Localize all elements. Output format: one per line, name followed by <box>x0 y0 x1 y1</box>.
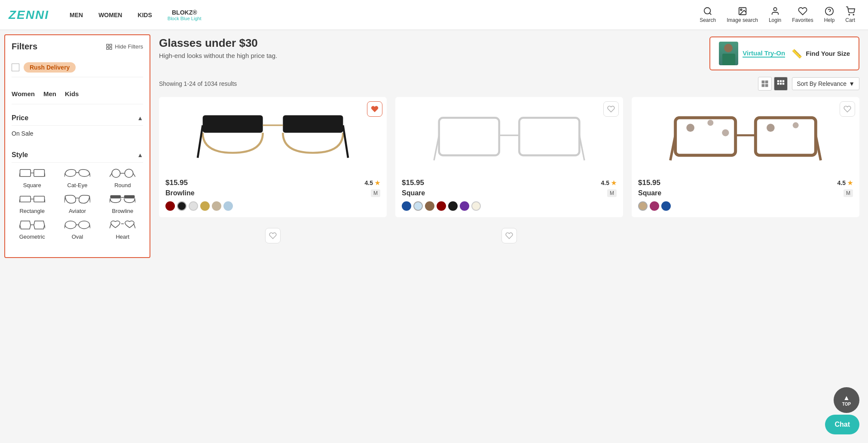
color-swatch[interactable] <box>650 201 659 211</box>
price-chevron-icon: ▲ <box>137 115 143 121</box>
product-price-2: $15.95 <box>402 179 424 187</box>
style-geometric[interactable]: Geometric <box>12 218 52 240</box>
style-rectangle[interactable]: Rectangle <box>12 193 52 214</box>
image-search-button[interactable]: Image search <box>722 4 762 25</box>
color-swatch[interactable] <box>223 201 233 211</box>
find-size-button[interactable]: 📏 Find Your Size <box>792 49 850 59</box>
svg-rect-74 <box>675 118 736 155</box>
color-swatch[interactable] <box>437 201 446 211</box>
color-swatch[interactable] <box>177 201 186 211</box>
login-button[interactable]: Login <box>764 4 785 25</box>
svg-rect-56 <box>762 84 765 87</box>
svg-rect-54 <box>762 81 765 84</box>
product-image-2[interactable] <box>402 103 617 172</box>
product-grid: $15.95 4.5 ★ Browline M <box>159 97 859 217</box>
color-swatch[interactable] <box>471 201 481 211</box>
product-info-2: $15.95 4.5 ★ Square M <box>402 179 617 211</box>
product-card-3: $15.95 4.5 ★ Square M <box>632 97 859 217</box>
sort-dropdown[interactable]: Sort By Relevance ▼ <box>792 77 859 90</box>
favorites-button[interactable]: Favorites <box>788 4 817 25</box>
person-avatar-icon <box>719 42 738 65</box>
ruler-icon: 📏 <box>792 49 802 59</box>
color-swatch[interactable] <box>638 201 648 211</box>
nav-women[interactable]: WOMEN <box>91 0 130 30</box>
product-image-3[interactable] <box>638 103 853 172</box>
logo[interactable]: ZENNI <box>9 8 49 22</box>
style-cat-eye[interactable]: Cat-Eye <box>57 167 98 188</box>
favorite-button-5[interactable] <box>501 228 517 243</box>
svg-line-68 <box>343 125 348 158</box>
avatar <box>719 42 738 65</box>
svg-line-50 <box>110 224 111 228</box>
color-swatch[interactable] <box>402 201 411 211</box>
gender-tab-kids[interactable]: Kids <box>65 88 79 100</box>
product-image-1[interactable] <box>165 103 380 172</box>
style-browline[interactable]: Browline <box>102 193 143 214</box>
virtual-try-on[interactable]: Virtual Try-On <box>719 42 785 65</box>
svg-point-79 <box>767 124 775 132</box>
on-sale-filter[interactable]: On Sale <box>12 126 143 141</box>
product-price-row-1: $15.95 4.5 ★ <box>165 179 380 187</box>
size-badge-3: M <box>844 189 853 197</box>
svg-line-51 <box>134 224 136 228</box>
style-aviator[interactable]: Aviator <box>57 193 98 214</box>
favorite-button-3[interactable] <box>840 101 855 117</box>
page-subtitle: High-end looks without the high price ta… <box>159 52 277 59</box>
color-swatch[interactable] <box>212 201 221 211</box>
price-filter-toggle[interactable]: Price ▲ <box>12 111 143 126</box>
product-rating-2: 4.5 ★ <box>601 179 617 186</box>
favorite-button-4[interactable] <box>265 228 281 243</box>
svg-rect-55 <box>765 81 768 84</box>
cart-button[interactable]: Cart <box>841 4 859 25</box>
gender-tab-women[interactable]: Women <box>12 88 35 100</box>
grid-view-3-button[interactable] <box>774 77 788 91</box>
color-swatch[interactable] <box>460 201 469 211</box>
rush-delivery-badge[interactable]: Rush Delivery <box>24 62 76 73</box>
favorite-button-2[interactable] <box>603 101 619 117</box>
color-swatch[interactable] <box>189 201 198 211</box>
heart-filled-icon <box>371 105 379 113</box>
rectangle-glasses-icon <box>19 193 45 206</box>
color-swatch[interactable] <box>200 201 210 211</box>
main-content: Glasses under $30 High-end looks without… <box>150 30 868 262</box>
color-swatch[interactable] <box>413 201 423 211</box>
grid-view-2-button[interactable] <box>758 77 772 91</box>
favorite-button-1[interactable] <box>367 101 382 117</box>
rush-delivery-checkbox[interactable] <box>12 64 19 71</box>
svg-line-43 <box>44 225 45 228</box>
color-swatch[interactable] <box>661 201 671 211</box>
svg-line-33 <box>89 197 90 203</box>
style-round[interactable]: Round <box>102 167 143 188</box>
svg-rect-9 <box>107 44 109 46</box>
results-count: Showing 1-24 of 1034 results <box>159 80 237 87</box>
style-oval[interactable]: Oval <box>57 218 98 240</box>
search-icon <box>703 6 712 16</box>
nav-kids[interactable]: KIDS <box>130 0 159 30</box>
nav-blokz[interactable]: BLOKZ® Block Blue Light <box>160 0 209 30</box>
help-button[interactable]: Help <box>820 4 839 25</box>
style-heart[interactable]: Heart <box>102 218 143 240</box>
svg-rect-63 <box>782 83 785 85</box>
rush-delivery-filter: Rush Delivery <box>12 58 143 77</box>
svg-line-29 <box>19 199 20 203</box>
color-swatch[interactable] <box>425 201 434 211</box>
style-square[interactable]: Square <box>12 167 52 188</box>
svg-rect-61 <box>777 83 779 85</box>
color-swatch[interactable] <box>165 201 175 211</box>
star-icon: ★ <box>847 179 853 186</box>
search-button[interactable]: Search <box>695 4 720 25</box>
color-swatch[interactable] <box>448 201 458 211</box>
svg-point-21 <box>112 169 121 178</box>
svg-rect-58 <box>777 80 779 82</box>
svg-point-80 <box>793 122 799 128</box>
svg-rect-53 <box>722 54 735 65</box>
image-search-icon <box>738 6 747 16</box>
nav-men[interactable]: MEN <box>62 0 91 30</box>
virtual-try-on-label[interactable]: Virtual Try-On <box>743 49 785 58</box>
style-filter-toggle[interactable]: Style ▲ <box>12 148 143 163</box>
svg-line-24 <box>110 173 112 177</box>
product-price-row-2: $15.95 4.5 ★ <box>402 179 617 187</box>
hide-filters-button[interactable]: Hide Filters <box>106 43 143 50</box>
svg-line-38 <box>135 198 136 203</box>
gender-tab-men[interactable]: Men <box>43 88 56 100</box>
